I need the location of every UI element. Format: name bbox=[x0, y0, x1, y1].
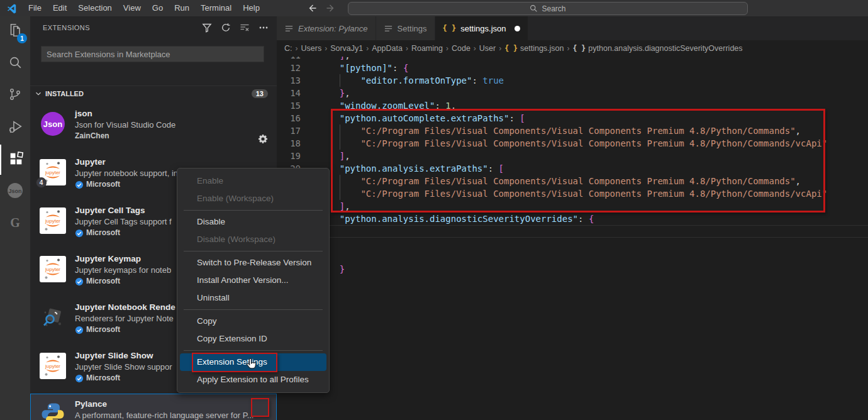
activity-run-debug[interactable] bbox=[0, 113, 30, 143]
menu-item-uninstall[interactable]: Uninstall bbox=[180, 289, 326, 307]
extension-icon bbox=[40, 401, 66, 420]
code-line-24[interactable]: 24 "python.analysis.diagnosticSeverityOv… bbox=[277, 213, 868, 225]
sidebar-title: EXTENSIONS bbox=[43, 24, 90, 31]
breadcrumb-segment[interactable]: User bbox=[479, 44, 496, 53]
code-editor[interactable]: 11 ],12 "[python]": {13 "editor.formatOn… bbox=[277, 57, 868, 420]
code-line-15[interactable]: 15 "window.zoomLevel": 1, bbox=[277, 99, 868, 112]
line-content: }, bbox=[308, 87, 868, 99]
extension-row-json[interactable]: JsonjsonJson for Visual Studio CodeZainC… bbox=[30, 103, 277, 152]
refresh-icon[interactable] bbox=[220, 22, 231, 33]
breadcrumb-segment[interactable]: Code bbox=[452, 44, 470, 53]
menu-item-copy[interactable]: Copy bbox=[180, 312, 326, 330]
installed-section-header[interactable]: INSTALLED 13 bbox=[30, 86, 277, 101]
breadcrumb-label: Code bbox=[452, 44, 470, 53]
menu-go[interactable]: Go bbox=[147, 3, 169, 13]
extension-actions bbox=[257, 133, 268, 144]
extension-publisher: ZainChen bbox=[75, 131, 175, 141]
line-number: 12 bbox=[277, 62, 308, 74]
menu-run[interactable]: Run bbox=[169, 3, 195, 13]
braces-icon: { } bbox=[504, 44, 518, 53]
extension-description: Jupyter Cell Tags support f bbox=[75, 216, 172, 228]
code-line-16[interactable]: 16 "python.autoComplete.extraPaths": [ bbox=[277, 112, 868, 124]
menu-separator bbox=[184, 251, 323, 251]
tab-settings[interactable]: Settings bbox=[376, 16, 435, 40]
activity-search[interactable] bbox=[0, 48, 30, 79]
code-line-22[interactable]: 22 "C:/Program Files/Visual Components/V… bbox=[277, 187, 868, 200]
line-number: 19 bbox=[277, 150, 308, 162]
code-line-27[interactable]: 27 bbox=[277, 250, 868, 263]
line-content: "window.zoomLevel": 1, bbox=[308, 99, 868, 112]
code-line-26[interactable]: 26 bbox=[277, 238, 868, 250]
menu-terminal[interactable]: Terminal bbox=[195, 3, 237, 13]
breadcrumb-segment[interactable]: SorvaJy1 bbox=[330, 44, 363, 53]
code-line-19[interactable]: 19 ], bbox=[277, 150, 868, 162]
unsaved-dot-icon[interactable] bbox=[515, 26, 520, 31]
verified-publisher-icon bbox=[75, 229, 84, 238]
menu-item-copy-extension-id[interactable]: Copy Extension ID bbox=[180, 330, 326, 348]
breadcrumb-segment[interactable]: { }python.analysis.diagnosticSeverityOve… bbox=[573, 44, 743, 53]
code-line-28[interactable]: 28 } bbox=[277, 263, 868, 275]
activity-json-tool[interactable]: Json bbox=[0, 177, 30, 207]
menu-item-disable[interactable]: Disable bbox=[180, 213, 326, 231]
menu-view[interactable]: View bbox=[118, 3, 147, 13]
svg-text:jupyter: jupyter bbox=[45, 267, 60, 272]
menu-item-extension-settings[interactable]: Extension Settings bbox=[180, 353, 326, 371]
code-line-18[interactable]: 18 "C:/Program Files/Visual Components/V… bbox=[277, 137, 868, 150]
menu-item-install-another-version-[interactable]: Install Another Version... bbox=[180, 272, 326, 289]
tab-extension-pylance[interactable]: Extension: Pylance bbox=[277, 16, 376, 40]
back-arrow-icon[interactable] bbox=[307, 3, 317, 13]
tab-settings-json[interactable]: { }settings.json bbox=[435, 16, 528, 40]
activity-gitlens[interactable]: G bbox=[0, 209, 30, 239]
nav-arrows bbox=[307, 3, 336, 13]
menu-item-apply-extension-to-all-profiles[interactable]: Apply Extension to all Profiles bbox=[180, 371, 326, 389]
line-content: "C:/Program Files/Visual Components/Visu… bbox=[308, 124, 868, 137]
menu-file[interactable]: File bbox=[23, 3, 47, 13]
activity-bar: 1JsonG bbox=[0, 16, 30, 420]
menu-item-switch-to-pre-release-version[interactable]: Switch to Pre-Release Version bbox=[180, 254, 326, 272]
activity-explorer[interactable]: 1 bbox=[0, 16, 30, 47]
breadcrumb[interactable]: C:›Users›SorvaJy1›AppData›Roaming›Code›U… bbox=[277, 40, 868, 57]
run-debug-icon bbox=[8, 119, 23, 137]
breadcrumb-segment[interactable]: Roaming bbox=[411, 44, 443, 53]
extension-publisher: Microsoft bbox=[75, 228, 172, 238]
activity-extensions[interactable] bbox=[0, 145, 30, 175]
extensions-search-input[interactable] bbox=[41, 46, 264, 62]
breadcrumb-segment[interactable]: Users bbox=[301, 44, 322, 53]
command-center-search[interactable]: Search bbox=[348, 2, 748, 15]
breadcrumb-segment[interactable]: AppData bbox=[372, 44, 403, 53]
publisher-name: Microsoft bbox=[86, 324, 120, 335]
gear-icon[interactable] bbox=[257, 133, 268, 144]
line-number: 15 bbox=[277, 99, 308, 112]
line-number: 18 bbox=[277, 137, 308, 150]
menu-selection[interactable]: Selection bbox=[72, 3, 117, 13]
code-line-20[interactable]: 20 "python.analysis.extraPaths": [ bbox=[277, 162, 868, 175]
breadcrumb-label: C: bbox=[284, 44, 292, 53]
code-line-17[interactable]: 17 "C:/Program Files/Visual Components/V… bbox=[277, 124, 868, 137]
editor-area: Extension: PylanceSettings{ }settings.js… bbox=[277, 16, 868, 420]
extension-icon: jupyter4 bbox=[40, 159, 66, 185]
extension-row-pylance[interactable]: PylanceA performant, feature-rich langua… bbox=[30, 394, 277, 420]
code-line-14[interactable]: 14 }, bbox=[277, 87, 868, 99]
breadcrumb-segment[interactable]: { }settings.json bbox=[504, 44, 564, 53]
breadcrumb-segment[interactable]: C: bbox=[284, 44, 292, 53]
more-actions-icon[interactable] bbox=[258, 22, 269, 33]
title-bar: FileEditSelectionViewGoRunTerminalHelp S… bbox=[0, 0, 868, 16]
menu-edit[interactable]: Edit bbox=[47, 3, 72, 13]
forward-arrow-icon[interactable] bbox=[326, 3, 336, 13]
extension-publisher: Microsoft bbox=[75, 276, 171, 287]
settings-list-icon bbox=[384, 24, 393, 33]
code-line-23[interactable]: 23 ], bbox=[277, 200, 868, 213]
code-line-12[interactable]: 12 "[python]": { bbox=[277, 62, 868, 74]
code-line-11[interactable]: 11 ], bbox=[277, 57, 868, 62]
extension-name: Jupyter Notebook Rende bbox=[75, 302, 175, 313]
activity-source-control[interactable] bbox=[0, 80, 30, 111]
code-line-25[interactable]: 25 bbox=[277, 225, 868, 238]
filter-icon[interactable] bbox=[201, 22, 213, 33]
extension-description: Jupyter keymaps for noteb bbox=[75, 265, 171, 276]
verified-publisher-icon bbox=[75, 277, 84, 286]
source-control-icon bbox=[8, 87, 23, 104]
code-line-21[interactable]: 21 "C:/Program Files/Visual Components/V… bbox=[277, 175, 868, 187]
code-line-13[interactable]: 13 "editor.formatOnType": true bbox=[277, 74, 868, 87]
menu-help[interactable]: Help bbox=[237, 3, 265, 13]
clear-search-icon[interactable] bbox=[239, 22, 250, 33]
